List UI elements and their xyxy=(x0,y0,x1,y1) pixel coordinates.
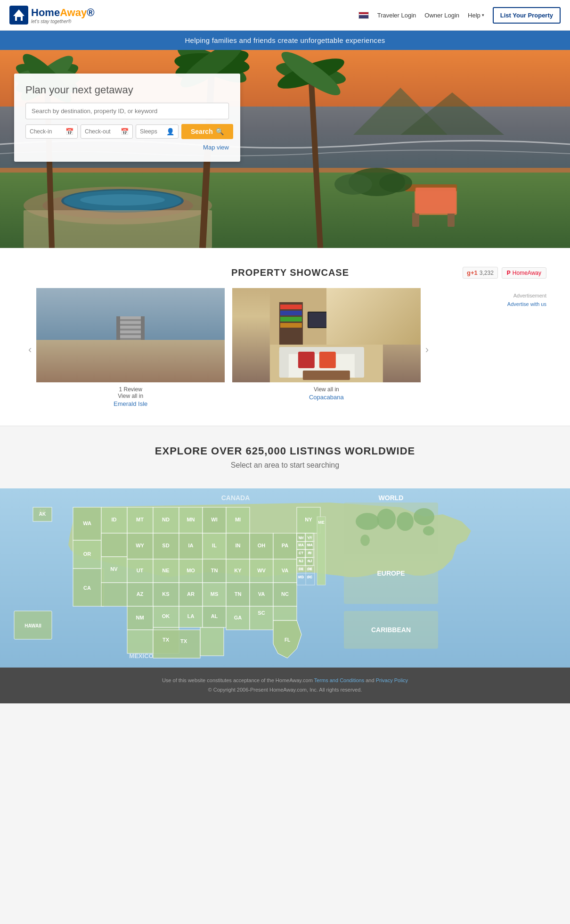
logo-name: HomeAway® xyxy=(31,7,94,19)
svg-text:IN: IN xyxy=(236,543,241,548)
svg-text:NE: NE xyxy=(162,568,169,573)
carousel-section: ‹ 1 Review View all in Emerald Isle xyxy=(24,288,433,412)
property-view-all: View all in xyxy=(38,393,223,399)
property-location[interactable]: Emerald Isle xyxy=(114,400,147,407)
svg-text:WI: WI xyxy=(211,517,217,522)
carousel-prev-arrow[interactable]: ‹ xyxy=(24,344,36,356)
checkout-field[interactable]: 📅 xyxy=(81,124,133,139)
promo-banner: Helping families and friends create unfo… xyxy=(0,31,570,50)
svg-rect-198 xyxy=(344,561,438,604)
map-section[interactable]: WA OR CA ID NV MT WY UT AZ ND SD NE KS O… xyxy=(0,488,570,668)
svg-text:MD: MD xyxy=(299,575,304,578)
svg-text:GA: GA xyxy=(234,615,242,620)
svg-text:NH: NH xyxy=(299,536,303,540)
search-input[interactable] xyxy=(25,103,229,119)
svg-rect-54 xyxy=(309,313,330,327)
calendar-icon: 📅 xyxy=(65,128,73,135)
terms-link[interactable]: Terms and Conditions xyxy=(314,677,364,683)
svg-rect-49 xyxy=(355,349,364,378)
explore-title: EXPLORE OVER 625,000 LISTINGS WORLDWIDE xyxy=(24,445,546,457)
svg-point-193 xyxy=(377,509,396,529)
svg-text:NJ: NJ xyxy=(308,559,312,562)
svg-text:TX: TX xyxy=(163,637,170,643)
logo-area: HomeAway® let's stay together® xyxy=(9,6,94,25)
svg-rect-44 xyxy=(280,317,302,322)
svg-text:OR: OR xyxy=(83,551,91,557)
svg-rect-50 xyxy=(298,352,315,368)
svg-text:MO: MO xyxy=(187,568,195,573)
owner-login-link[interactable]: Owner Login xyxy=(424,12,459,19)
search-box: Plan your next getaway 📅 📅 👤 Search 🔍 xyxy=(14,74,240,162)
us-map-svg: WA OR CA ID NV MT WY UT AZ ND SD NE KS O… xyxy=(0,488,570,668)
svg-text:SC: SC xyxy=(258,610,265,616)
svg-text:AR: AR xyxy=(187,591,195,597)
sleeps-input[interactable] xyxy=(140,128,163,135)
chevron-down-icon: ▾ xyxy=(482,13,484,17)
footer-text: Use of this website constitutes acceptan… xyxy=(8,676,562,685)
svg-text:ME: ME xyxy=(318,520,325,525)
header: HomeAway® let's stay together® Traveler … xyxy=(0,0,570,31)
search-input-row xyxy=(25,103,229,119)
svg-point-196 xyxy=(423,526,434,536)
svg-text:AL: AL xyxy=(211,613,218,619)
svg-rect-15 xyxy=(448,213,455,227)
svg-text:WORLD: WORLD xyxy=(379,494,404,502)
svg-rect-2 xyxy=(17,17,21,21)
svg-rect-16 xyxy=(415,188,456,214)
svg-text:VA: VA xyxy=(258,591,265,597)
sleeps-field[interactable]: 👤 xyxy=(136,124,179,139)
svg-rect-43 xyxy=(280,311,302,315)
help-dropdown[interactable]: Help ▾ xyxy=(468,12,484,19)
logo-text: HomeAway® let's stay together® xyxy=(31,7,94,24)
logo-icon xyxy=(9,6,28,25)
gplus-icon: g+1 xyxy=(467,269,478,276)
svg-rect-39 xyxy=(351,295,367,328)
svg-rect-52 xyxy=(303,371,350,380)
pinterest-button[interactable]: P HomeAway xyxy=(502,267,546,279)
checkin-field[interactable]: 📅 xyxy=(25,124,78,139)
property-info: View all in Copacabana xyxy=(232,382,421,405)
svg-text:OK: OK xyxy=(162,613,170,619)
social-buttons: g+1 3,232 P HomeAway xyxy=(463,267,546,279)
svg-point-194 xyxy=(397,512,414,531)
pinterest-label: HomeAway xyxy=(513,270,541,276)
search-button[interactable]: Search 🔍 xyxy=(181,124,233,139)
footer-and: and xyxy=(366,677,374,683)
property-location[interactable]: Copacabana xyxy=(309,394,344,401)
traveler-login-link[interactable]: Traveler Login xyxy=(377,12,416,19)
footer-text-1: Use of this website constitutes acceptan… xyxy=(162,677,313,683)
svg-text:CARIBBEAN: CARIBBEAN xyxy=(371,626,411,634)
advertise-link[interactable]: Advertise with us xyxy=(443,301,546,307)
carousel-next-arrow[interactable]: › xyxy=(421,344,433,356)
svg-text:WV: WV xyxy=(257,568,266,573)
search-title: Plan your next getaway xyxy=(25,84,229,96)
property-review: 1 Review xyxy=(38,386,223,393)
svg-rect-150 xyxy=(317,517,326,585)
svg-rect-38 xyxy=(334,295,350,328)
svg-text:AK: AK xyxy=(39,512,46,517)
showcase-area: ‹ 1 Review View all in Emerald Isle xyxy=(24,288,546,412)
svg-point-33 xyxy=(334,174,372,195)
privacy-link[interactable]: Privacy Policy xyxy=(376,677,408,683)
svg-text:DC: DC xyxy=(308,575,312,578)
gplus-button[interactable]: g+1 3,232 xyxy=(463,267,498,279)
svg-text:CANADA: CANADA xyxy=(221,494,250,502)
svg-rect-42 xyxy=(280,305,302,309)
checkout-input[interactable] xyxy=(85,128,118,135)
checkin-input[interactable] xyxy=(30,128,63,135)
svg-text:MS: MS xyxy=(211,591,219,597)
svg-text:ND: ND xyxy=(162,517,170,522)
svg-text:TX: TX xyxy=(180,638,187,644)
property-image-beach xyxy=(36,288,225,382)
svg-text:MEXICO: MEXICO xyxy=(129,652,153,660)
map-view-link[interactable]: Map view xyxy=(203,144,229,151)
explore-section: EXPLORE OVER 625,000 LISTINGS WORLDWIDE … xyxy=(0,426,570,488)
svg-point-197 xyxy=(360,535,370,546)
logo-tagline: let's stay together® xyxy=(31,19,94,24)
property-card: 1 Review View all in Emerald Isle xyxy=(36,288,225,412)
list-property-button[interactable]: List Your Property xyxy=(493,7,561,24)
svg-point-34 xyxy=(379,173,412,192)
person-icon: 👤 xyxy=(166,128,174,135)
svg-text:VA: VA xyxy=(282,568,289,573)
svg-point-192 xyxy=(356,513,379,530)
